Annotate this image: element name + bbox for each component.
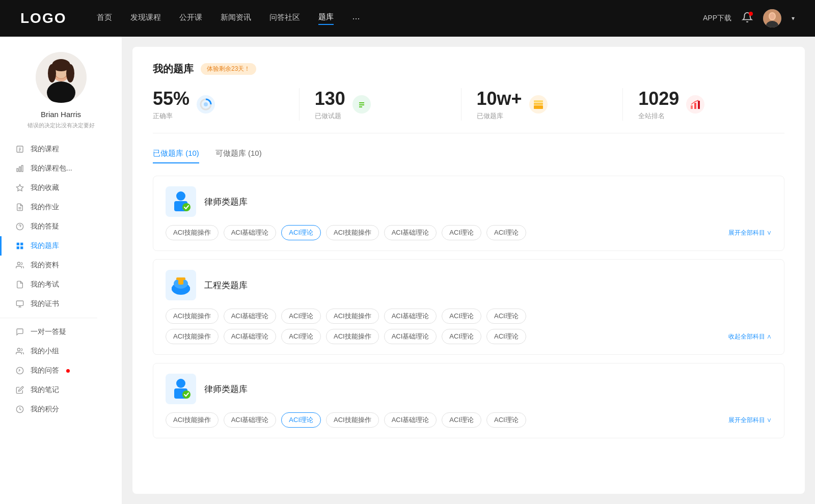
logo[interactable]: LOGO — [20, 10, 66, 26]
tag[interactable]: ACI基础理论 — [224, 309, 277, 324]
tag[interactable]: ACI技能操作 — [326, 309, 379, 324]
svg-rect-26 — [17, 246, 19, 249]
tag[interactable]: ACI技能操作 — [326, 329, 379, 344]
tag[interactable]: ACI基础理论 — [224, 412, 277, 428]
svg-rect-18 — [21, 165, 23, 172]
tag[interactable]: ACI理论 — [281, 309, 321, 324]
stat-value-site-rank: 1029 — [638, 88, 679, 109]
tag-active[interactable]: ACI理论 — [281, 412, 321, 428]
sidebar-item-coursepack[interactable]: 我的课程包... — [0, 159, 122, 178]
sidebar-item-certificate[interactable]: 我的证书 — [0, 294, 122, 314]
category-header-engineer: 工程类题库 — [166, 270, 772, 300]
nav-home[interactable]: 首页 — [97, 13, 112, 24]
stat-value-questions-done: 130 — [315, 88, 345, 109]
sidebar: Brian Harris 错误的决定比没有决定要好 我的课程 我的课程包... — [0, 37, 122, 504]
sidebar-item-myqa[interactable]: 我的问答 — [0, 361, 122, 380]
sidebar-item-homework[interactable]: 我的作业 — [0, 198, 122, 217]
tag[interactable]: ACI理论 — [486, 225, 526, 240]
tag[interactable]: ACI理论 — [442, 309, 481, 324]
sidebar-label-mycourse: 我的课程 — [31, 145, 59, 154]
tag[interactable]: ACI技能操作 — [166, 225, 219, 240]
file-icon — [15, 145, 24, 154]
svg-rect-43 — [694, 103, 696, 109]
tag[interactable]: ACI理论 — [442, 329, 481, 344]
nav-open-course[interactable]: 公开课 — [179, 13, 202, 24]
svg-point-10 — [48, 64, 56, 82]
sidebar-item-profile[interactable]: 我的资料 — [0, 256, 122, 275]
svg-point-7 — [47, 81, 75, 103]
avatar-chevron[interactable]: ▾ — [792, 15, 795, 22]
category-header-lawyer-2: 律师类题库 — [166, 374, 772, 404]
sidebar-item-group[interactable]: 我的小组 — [0, 342, 122, 361]
tag[interactable]: ACI理论 — [486, 309, 526, 324]
stat-icon-banks-done — [529, 95, 548, 114]
notification-bell[interactable] — [742, 12, 753, 25]
tag[interactable]: ACI技能操作 — [166, 309, 219, 324]
sidebar-item-mycourse[interactable]: 我的课程 — [0, 139, 122, 159]
tag[interactable]: ACI技能操作 — [166, 329, 219, 344]
sidebar-item-qa[interactable]: 我的答疑 — [0, 217, 122, 236]
page-header: 我的题库 体验剩余23天！ — [153, 62, 784, 76]
notification-dot — [749, 12, 753, 16]
tag-active[interactable]: ACI理论 — [281, 225, 321, 240]
sidebar-item-exam[interactable]: 我的考试 — [0, 275, 122, 294]
nav-quiz[interactable]: 题库 — [318, 12, 334, 25]
tab-done[interactable]: 已做题库 (10) — [153, 149, 199, 163]
tag[interactable]: ACI理论 — [442, 225, 481, 240]
tag[interactable]: ACI理论 — [486, 329, 526, 344]
expand-link-lawyer-2[interactable]: 展开全部科目 ∨ — [728, 416, 772, 425]
svg-rect-44 — [698, 101, 700, 109]
tag[interactable]: ACI基础理论 — [384, 412, 437, 428]
main-nav: 首页 发现课程 公开课 新闻资讯 问答社区 题库 ··· — [97, 12, 703, 25]
stats-row: 55% 正确率 130 已做试题 — [153, 88, 784, 133]
app-download[interactable]: APP下载 — [703, 14, 731, 23]
tag[interactable]: ACI基础理论 — [384, 329, 437, 344]
sidebar-item-points[interactable]: 我的积分 — [0, 400, 122, 419]
svg-point-53 — [176, 379, 185, 388]
svg-rect-27 — [20, 246, 23, 249]
nav-news[interactable]: 新闻资讯 — [221, 13, 251, 24]
sidebar-label-notes: 我的笔记 — [31, 385, 59, 395]
note-icon — [15, 385, 24, 395]
stat-icon-site-rank — [686, 95, 704, 114]
category-lawyer-2: 律师类题库 ACI技能操作 ACI基础理论 ACI理论 ACI技能操作 ACI基… — [153, 363, 784, 438]
sidebar-label-certificate: 我的证书 — [31, 299, 59, 309]
nav-qa[interactable]: 问答社区 — [269, 13, 300, 24]
tag[interactable]: ACI技能操作 — [326, 412, 379, 428]
assignment-icon — [15, 203, 24, 212]
tag[interactable]: ACI技能操作 — [326, 225, 379, 240]
avatar[interactable] — [763, 9, 781, 27]
user-motto: 错误的决定比没有决定要好 — [17, 122, 105, 129]
sidebar-label-1on1: 一对一答疑 — [31, 327, 66, 337]
tag[interactable]: ACI基础理论 — [224, 225, 277, 240]
tag[interactable]: ACI理论 — [486, 412, 526, 428]
nav-more[interactable]: ··· — [352, 13, 360, 24]
category-lawyer-1: 律师类题库 ACI技能操作 ACI基础理论 ACI理论 ACI技能操作 ACI基… — [153, 176, 784, 251]
tag[interactable]: ACI理论 — [442, 412, 481, 428]
category-engineer: 工程类题库 ACI技能操作 ACI基础理论 ACI理论 ACI技能操作 ACI基… — [153, 259, 784, 355]
tag[interactable]: ACI基础理论 — [384, 309, 437, 324]
tag[interactable]: ACI理论 — [281, 329, 321, 344]
category-name-lawyer-2: 律师类题库 — [204, 383, 248, 395]
tag[interactable]: ACI基础理论 — [384, 225, 437, 240]
stat-icon-correct-rate — [197, 95, 215, 114]
sidebar-item-notes[interactable]: 我的笔记 — [0, 380, 122, 400]
stat-correct-rate: 55% 正确率 — [153, 88, 300, 121]
svg-point-55 — [182, 390, 191, 399]
tab-available[interactable]: 可做题库 (10) — [215, 149, 262, 163]
navbar: LOGO 首页 发现课程 公开课 新闻资讯 问答社区 题库 ··· APP下载 … — [0, 0, 815, 37]
tag[interactable]: ACI技能操作 — [166, 412, 219, 428]
svg-rect-17 — [19, 167, 21, 172]
nav-discover[interactable]: 发现课程 — [130, 13, 161, 24]
collapse-link-engineer[interactable]: 收起全部科目 ∧ — [728, 332, 772, 341]
expand-link-lawyer-1[interactable]: 展开全部科目 ∨ — [728, 229, 772, 237]
tag[interactable]: ACI基础理论 — [224, 329, 277, 344]
sidebar-label-coursepack: 我的课程包... — [31, 164, 72, 173]
qa-badge-dot — [66, 369, 70, 373]
sidebar-item-questionbank[interactable]: 我的题库 — [0, 236, 122, 256]
page-title: 我的题库 — [153, 62, 194, 76]
tags-row-engineer-1: ACI技能操作 ACI基础理论 ACI理论 ACI技能操作 ACI基础理论 AC… — [166, 309, 772, 324]
sidebar-item-1on1[interactable]: 一对一答疑 — [0, 322, 122, 342]
svg-marker-19 — [16, 184, 23, 191]
sidebar-item-favorites[interactable]: 我的收藏 — [0, 178, 122, 198]
